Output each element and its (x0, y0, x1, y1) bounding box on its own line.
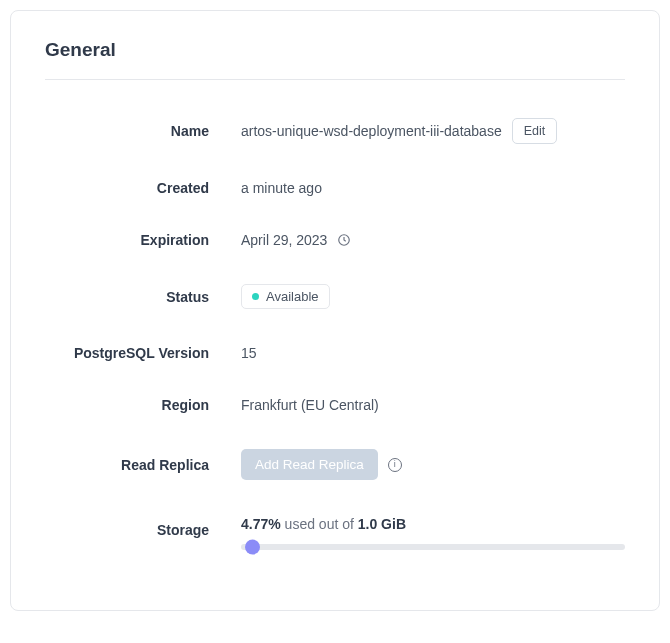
value-expiration: April 29, 2023 (241, 232, 625, 248)
info-icon[interactable]: i (388, 458, 402, 472)
add-read-replica-button[interactable]: Add Read Replica (241, 449, 378, 480)
value-status: Available (241, 284, 625, 309)
section-title: General (45, 39, 625, 80)
created-value: a minute ago (241, 180, 322, 196)
label-expiration: Expiration (45, 232, 209, 248)
general-card: General Name artos-unique-wsd-deployment… (10, 10, 660, 611)
row-status: Status Available (45, 284, 625, 309)
value-created: a minute ago (241, 180, 625, 196)
row-pg-version: PostgreSQL Version 15 (45, 345, 625, 361)
row-storage: Storage 4.77% used out of 1.0 GiB (45, 516, 625, 550)
value-read-replica: Add Read Replica i (241, 449, 625, 480)
region-value: Frankfurt (EU Central) (241, 397, 379, 413)
label-created: Created (45, 180, 209, 196)
expiration-value: April 29, 2023 (241, 232, 327, 248)
label-region: Region (45, 397, 209, 413)
row-created: Created a minute ago (45, 180, 625, 196)
value-pg-version: 15 (241, 345, 625, 361)
status-badge: Available (241, 284, 330, 309)
value-region: Frankfurt (EU Central) (241, 397, 625, 413)
value-storage: 4.77% used out of 1.0 GiB (241, 516, 625, 550)
label-read-replica: Read Replica (45, 457, 209, 473)
row-read-replica: Read Replica Add Read Replica i (45, 449, 625, 480)
name-value: artos-unique-wsd-deployment-iii-database (241, 123, 502, 139)
status-dot-icon (252, 293, 259, 300)
storage-total: 1.0 GiB (358, 516, 406, 532)
row-region: Region Frankfurt (EU Central) (45, 397, 625, 413)
storage-progress-bar (241, 544, 625, 550)
storage-text: 4.77% used out of 1.0 GiB (241, 516, 625, 532)
label-pg-version: PostgreSQL Version (45, 345, 209, 361)
row-expiration: Expiration April 29, 2023 (45, 232, 625, 248)
edit-button[interactable]: Edit (512, 118, 558, 144)
label-status: Status (45, 289, 209, 305)
storage-middle: used out of (281, 516, 358, 532)
clock-icon (337, 233, 351, 247)
storage-percent: 4.77% (241, 516, 281, 532)
storage-progress-thumb (245, 540, 260, 555)
value-name: artos-unique-wsd-deployment-iii-database… (241, 118, 625, 144)
label-storage: Storage (45, 516, 209, 538)
status-text: Available (266, 289, 319, 304)
pg-version-value: 15 (241, 345, 257, 361)
label-name: Name (45, 123, 209, 139)
row-name: Name artos-unique-wsd-deployment-iii-dat… (45, 118, 625, 144)
